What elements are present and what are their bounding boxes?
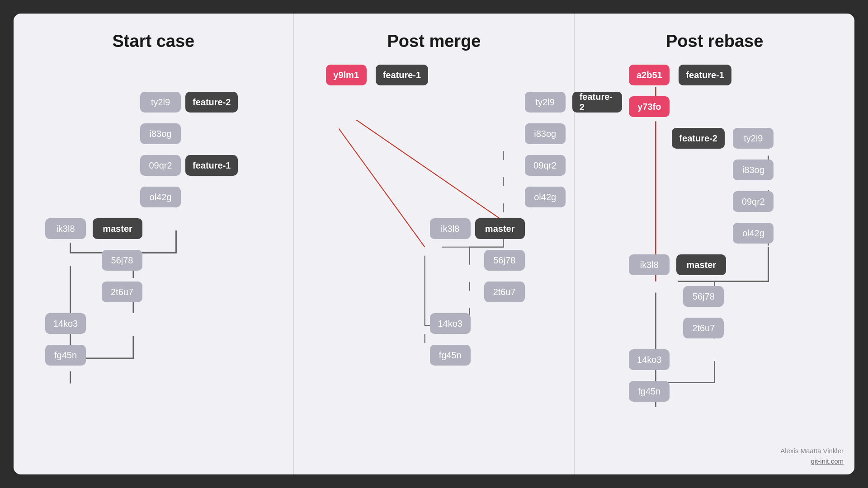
- node-feature1b: feature-1: [376, 65, 428, 85]
- panel-post-merge: Post merge: [294, 14, 575, 474]
- node-masterc: master: [676, 254, 726, 275]
- panel-start-case: Start case: [14, 14, 294, 474]
- title-post-rebase: Post rebase: [666, 32, 763, 51]
- node-ol42gc: ol42g: [733, 223, 774, 244]
- node-master: master: [93, 218, 142, 239]
- node-ty2l9: ty2l9: [140, 92, 181, 113]
- node-2t6u7: 2t6u7: [102, 282, 142, 302]
- node-ol42gb: ol42g: [525, 187, 566, 207]
- node-masterb: master: [475, 218, 525, 239]
- node-ik3l8: ik3l8: [45, 218, 86, 239]
- node-14ko3c: 14ko3: [629, 349, 670, 370]
- node-feature1c: feature-1: [679, 65, 731, 85]
- svg-line-6: [356, 120, 503, 221]
- diagram-start-case: ty2l9 feature-2 i83og 09qr2 feature-1 ol…: [23, 65, 284, 461]
- node-a2b51: a2b51: [629, 65, 670, 85]
- node-14ko3b: 14ko3: [430, 313, 471, 334]
- svg-post-merge: [303, 65, 565, 461]
- node-fg45nc: fg45n: [629, 381, 670, 402]
- node-feature2c: feature-2: [672, 128, 724, 149]
- node-ty2l9b: ty2l9: [525, 92, 566, 113]
- node-09qr2b: 09qr2: [525, 155, 566, 176]
- node-ol42g: ol42g: [140, 187, 181, 207]
- node-ik3l8b: ik3l8: [430, 218, 471, 239]
- node-feature1: feature-1: [185, 155, 238, 176]
- node-i83ogc: i83og: [733, 160, 774, 180]
- node-09qr2: 09qr2: [140, 155, 181, 176]
- node-56j78b: 56j78: [484, 250, 525, 271]
- node-y73fo: y73fo: [629, 96, 670, 117]
- node-fg45nb: fg45n: [430, 345, 471, 366]
- main-container: Start case: [14, 14, 854, 474]
- node-ik3l8c: ik3l8: [629, 254, 670, 275]
- node-y9lm1: y9lm1: [326, 65, 367, 85]
- svg-line-7: [339, 129, 425, 247]
- node-2t6u7c: 2t6u7: [683, 318, 724, 338]
- node-feature2: feature-2: [185, 92, 238, 113]
- title-start-case: Start case: [113, 32, 195, 51]
- footer-website: git-init.com: [811, 457, 844, 465]
- diagram-post-rebase: a2b51 feature-1 y73fo feature-2 ty2l9 i8…: [584, 65, 845, 461]
- node-ty2l9c: ty2l9: [733, 128, 774, 149]
- title-post-merge: Post merge: [387, 32, 481, 51]
- node-fg45n: fg45n: [45, 345, 86, 366]
- panel-post-rebase: Post rebase: [575, 14, 854, 474]
- node-i83ogb: i83og: [525, 123, 566, 144]
- node-56j78: 56j78: [102, 250, 142, 271]
- node-i83og: i83og: [140, 123, 181, 144]
- footer-author: Alexis Määttä Vinkler: [780, 447, 844, 455]
- node-2t6u7b: 2t6u7: [484, 282, 525, 302]
- footer: Alexis Määttä Vinkler git-init.com: [780, 446, 844, 466]
- node-56j78c: 56j78: [683, 286, 724, 307]
- diagram-post-merge: y9lm1 feature-1 ty2l9 feature-2 i83og 09…: [303, 65, 565, 461]
- node-09qr2c: 09qr2: [733, 191, 774, 212]
- node-14ko3: 14ko3: [45, 313, 86, 334]
